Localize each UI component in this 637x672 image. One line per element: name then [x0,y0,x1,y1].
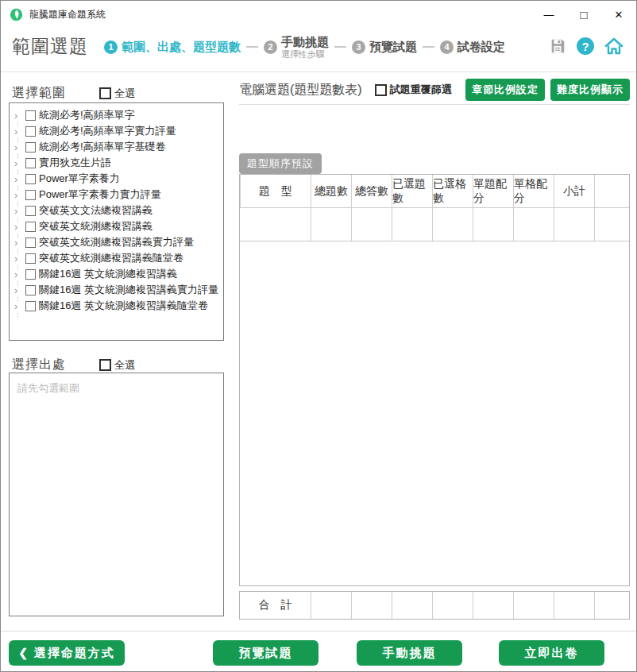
computer-selection-header: 電腦選題(題型題數表) 試題重覆篩選 章節比例設定 難度比例顯示 [239,79,630,101]
scope-select-all-checkbox[interactable] [99,87,111,99]
scope-tree-item[interactable]: › 實用狄克生片語 [10,155,223,171]
table-header-cell [594,175,629,208]
expand-chevron-icon[interactable]: › [14,301,25,311]
total-cell [554,592,594,619]
scope-tree-item[interactable]: › 統測必考!高頻率單字 [10,107,223,123]
step-label: 預覽試題 [369,41,417,54]
scope-item-checkbox[interactable] [25,301,36,311]
scope-tree-item[interactable]: › 突破英文統測總複習講義隨堂卷 [10,250,223,266]
window-controls: — □ ✕ [531,1,636,28]
duplicate-filter-checkbox[interactable] [375,84,387,96]
minimize-button[interactable]: — [531,1,566,28]
total-cell [594,592,629,619]
scope-item-checkbox[interactable] [25,190,36,200]
table-cell [392,208,432,241]
scope-tree-item[interactable]: › 突破英文統測總複習講義 [10,218,223,234]
step-number-badge: 4 [440,41,454,54]
scope-item-checkbox[interactable] [25,269,36,280]
source-list-box[interactable]: 請先勾選範圍 [9,373,224,616]
expand-chevron-icon[interactable]: › [14,253,25,264]
scope-select-all[interactable]: 全選 [99,87,135,101]
app-logo-icon [10,8,23,21]
help-icon[interactable]: ? [577,37,594,55]
home-icon[interactable] [604,37,623,55]
preview-questions-button[interactable]: 預覽試題 [213,640,318,666]
scope-item-checkbox[interactable] [25,158,36,168]
expand-chevron-icon[interactable]: › [14,285,25,295]
expand-chevron-icon[interactable]: › [14,222,25,232]
table-header-cell: 單格配分 [513,175,554,208]
scope-item-checkbox[interactable] [25,174,36,184]
scope-tree-item[interactable]: › 突破英文文法總複習講義 [10,203,223,218]
expand-chevron-icon[interactable]: › [14,269,25,280]
scope-item-label: 實用狄克生片語 [39,156,111,170]
scope-item-label: Power單字素養力 [39,172,120,186]
scope-item-checkbox[interactable] [25,253,36,264]
scope-item-checkbox[interactable] [25,142,36,153]
step-label: 試卷設定 [457,41,505,54]
maximize-button[interactable]: □ [566,1,601,28]
expand-chevron-icon[interactable]: › [14,110,25,121]
scope-tree-item[interactable]: › 關鍵16週 英文統測總複習講義 [10,266,223,282]
scope-item-checkbox[interactable] [25,222,36,232]
source-select-all-checkbox[interactable] [99,359,111,371]
question-type-order-preset-button[interactable]: 題型順序預設 [239,153,322,174]
scope-tree-item[interactable]: › 關鍵16週 英文統測總複習講義實力評量 [10,282,223,298]
manual-pick-button[interactable]: 手動挑題 [357,640,462,666]
close-button[interactable]: ✕ [601,1,636,28]
step-number-badge: 3 [352,41,365,54]
select-method-back-button[interactable]: ❮ 選擇命題方式 [9,640,125,666]
table-header-cell: 單題配分 [473,175,513,208]
scope-tree-item[interactable]: › 突破英文統測總複習講義實力評量 [10,234,223,250]
header-divider [1,71,636,72]
difficulty-ratio-button[interactable]: 難度比例顯示 [550,79,630,101]
expand-chevron-icon[interactable]: › [14,158,25,168]
save-icon[interactable] [549,37,566,55]
source-placeholder-text: 請先勾選範圍 [17,382,79,394]
scope-tree-list[interactable]: › 統測必考!高頻率單字 › 統測必考!高頻率單字實力評量 › 統測必考!高頻率… [9,102,224,341]
scope-select-all-label: 全選 [114,87,135,101]
expand-chevron-icon[interactable]: › [14,126,25,137]
scope-item-label: 突破英文文法總複習講義 [39,203,152,218]
step-indicator: 1 範圍、出處、題型題數 2 手動挑題 選擇性步驟 3 預覽試題 [104,36,505,59]
right-panel-divider [239,104,630,105]
footer-divider [1,631,636,631]
scope-tree-item[interactable]: › 統測必考!高頻率單字實力評量 [10,123,223,139]
table-header-cell: 小計 [554,175,594,208]
total-cell [432,592,473,619]
source-select-all[interactable]: 全選 [99,358,135,373]
scope-item-checkbox[interactable] [25,110,36,121]
expand-chevron-icon[interactable]: › [14,142,25,153]
step-item: 2 手動挑題 選擇性步驟 [264,36,352,59]
scope-tree-item[interactable]: › Power單字素養力實力評量 [10,187,223,203]
step-label: 手動挑題 [281,36,329,49]
scope-tree-item[interactable]: › Power單字素養力 [10,171,223,187]
expand-chevron-icon[interactable]: › [14,190,25,200]
chapter-ratio-button[interactable]: 章節比例設定 [465,79,545,101]
table-header-cell: 已選格數 [432,175,473,208]
expand-chevron-icon[interactable]: › [14,174,25,184]
table-total-row: 合 計 [239,591,630,620]
table-cell [473,208,513,241]
duplicate-filter-toggle[interactable]: 試題重覆篩選 [375,83,452,97]
generate-exam-button[interactable]: 立即出卷 [499,640,604,666]
scope-item-checkbox[interactable] [25,126,36,137]
scope-item-label: 統測必考!高頻率單字基礎卷 [39,140,166,154]
scope-tree-item[interactable]: › 關鍵16週 英文統測總複習講義隨堂卷 [10,298,223,314]
table-cell [594,208,629,241]
back-button-label: 選擇命題方式 [34,646,115,661]
table-cell [240,208,311,241]
expand-chevron-icon[interactable]: › [14,206,25,216]
scope-tree-item[interactable]: › 統測必考!高頻率單字基礎卷 [10,139,223,155]
scope-item-label: Power單字素養力實力評量 [39,187,161,202]
scope-item-checkbox[interactable] [25,285,36,295]
step-label: 範圍、出處、題型題數 [122,41,241,54]
expand-chevron-icon[interactable]: › [14,238,25,248]
table-header-cell: 總答數 [351,175,392,208]
table-header-cell: 總題數 [311,175,351,208]
scope-item-checkbox[interactable] [25,206,36,216]
titlebar: 龍騰題庫命題系統 — □ ✕ [1,1,636,28]
source-panel-title: 選擇出處 [12,357,66,373]
table-cell [432,208,473,241]
scope-item-checkbox[interactable] [25,238,36,248]
